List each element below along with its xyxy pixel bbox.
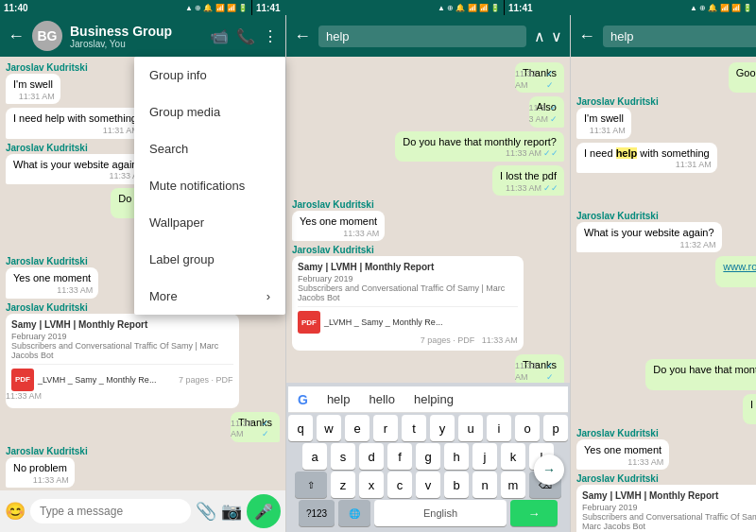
- globe-key[interactable]: 🌐: [338, 500, 370, 526]
- attach-icon[interactable]: 📎: [196, 501, 216, 522]
- msg-time: 11:33 AM: [57, 285, 93, 297]
- msg-time: 11:33 AM: [627, 457, 663, 469]
- key-x[interactable]: x: [359, 472, 384, 498]
- list-item: Good and you? 11:31 AM ✓✓: [576, 62, 756, 93]
- header-info[interactable]: Business Group Jaroslav, You: [70, 24, 202, 49]
- key-h[interactable]: h: [444, 443, 469, 470]
- msg-text: Do you have that monthly report?: [403, 136, 557, 147]
- space-key[interactable]: English: [374, 500, 507, 526]
- key-a[interactable]: a: [302, 443, 327, 470]
- key-u[interactable]: u: [458, 415, 483, 441]
- msg-bubble: Do you have that monthly report? 11:33 A…: [645, 359, 756, 389]
- num-key[interactable]: ?123: [299, 500, 335, 526]
- search-up-icon[interactable]: ∧: [534, 27, 545, 45]
- key-s[interactable]: s: [331, 443, 355, 470]
- list-item: Jaroslav Kudritski Samy | LVMH | Monthly…: [292, 245, 564, 351]
- key-y[interactable]: y: [430, 415, 455, 441]
- key-o[interactable]: o: [515, 415, 540, 441]
- list-item: I lost the pdf 11:33 AM ✓✓: [292, 165, 564, 196]
- msg-time: 11:33 AM: [33, 475, 69, 487]
- keyboard-row-3: ⇧ z x c v b n m ⌫: [288, 472, 568, 498]
- menu-mute[interactable]: Mute notifications: [134, 167, 285, 204]
- key-e[interactable]: e: [345, 415, 369, 441]
- msg-text: Yes one moment: [300, 215, 377, 227]
- dropdown-menu: Group info Group media Search Mute notif…: [134, 57, 285, 315]
- key-k[interactable]: k: [501, 443, 525, 470]
- msg-bubble: Do you have that monthly report? 11:33 A…: [395, 131, 564, 162]
- search-down-icon[interactable]: ∨: [551, 27, 562, 45]
- msg-text: Yes one moment: [13, 272, 91, 283]
- menu-search[interactable]: Search: [134, 130, 285, 167]
- header-icons: 📹 📞 ⋮: [210, 27, 278, 45]
- input-bar: 😊 📎 📷 🎤: [0, 490, 285, 532]
- list-item: Jaroslav Kudritski Samy | LVMH | Monthly…: [576, 473, 756, 532]
- msg-text: Do you have that monthly report?: [653, 364, 756, 375]
- message-input[interactable]: [30, 499, 191, 523]
- msg-bubble: I lost the pdf 11:33 AM ✓✓: [743, 394, 756, 424]
- msg-bubble: I'm swell 11:31 AM: [576, 108, 631, 138]
- msg-sender: Jaroslav Kudritski: [576, 96, 659, 107]
- panel2-search-header: ← ∧ ∨: [286, 15, 570, 57]
- key-b[interactable]: b: [444, 472, 469, 498]
- shift-key[interactable]: ⇧: [295, 472, 327, 498]
- send-key[interactable]: →: [510, 500, 558, 526]
- status-bar-2: 11:41 ▲ ⊕ 🔔 📶 📶 🔋: [252, 0, 505, 15]
- list-item: Thanks 11:33 AM ✓✓: [6, 412, 280, 442]
- key-n[interactable]: n: [472, 472, 497, 498]
- back-button[interactable]: ←: [8, 26, 25, 46]
- menu-group-info[interactable]: Group info: [134, 57, 285, 94]
- search-input[interactable]: [318, 26, 526, 47]
- msg-bubble: I need help with something 11:31 AM: [6, 108, 145, 138]
- emoji-icon[interactable]: 😊: [5, 501, 26, 522]
- file-bubble[interactable]: Samy | LVMH | Monthly Report February 20…: [576, 485, 756, 532]
- msg-bubble: Thanks 11:33 AM ✓✓: [231, 412, 280, 442]
- file-bubble[interactable]: Samy | LVMH | Monthly Report February 20…: [292, 256, 524, 351]
- scroll-to-bottom-button[interactable]: →: [534, 455, 564, 485]
- list-item: Jaroslav Kudritski No problem 11:33 AM: [6, 446, 280, 488]
- mic-button[interactable]: 🎤: [247, 494, 281, 528]
- list-item: I lost the pdf 11:33 AM ✓✓: [576, 394, 756, 424]
- list-item: Thanks 11:32 AM ✓✓: [292, 62, 564, 93]
- list-item: Do you have that monthly report? 11:33 A…: [292, 131, 564, 162]
- suggestion-3[interactable]: helping: [414, 392, 454, 406]
- key-v[interactable]: v: [416, 472, 440, 498]
- pdf-icon: PDF: [11, 369, 34, 391]
- key-t[interactable]: t: [402, 415, 426, 441]
- back-button-3[interactable]: ←: [578, 26, 595, 46]
- key-c[interactable]: c: [387, 472, 412, 498]
- suggestion-1[interactable]: help: [327, 392, 351, 406]
- call-icon[interactable]: 📞: [236, 27, 255, 45]
- suggestion-2[interactable]: hello: [369, 392, 394, 406]
- key-g[interactable]: g: [416, 443, 440, 470]
- key-r[interactable]: r: [373, 415, 398, 441]
- key-m[interactable]: m: [501, 472, 525, 498]
- kb-icon: G: [298, 392, 308, 407]
- key-f[interactable]: f: [387, 443, 412, 470]
- status-bar-3: 11:41 ▲ ⊕ 🔔 📶 📶 🔋: [505, 0, 756, 15]
- menu-group-media[interactable]: Group media: [134, 94, 285, 130]
- more-icon[interactable]: ⋮: [263, 27, 278, 45]
- back-button-2[interactable]: ←: [294, 26, 311, 46]
- key-p[interactable]: p: [543, 415, 568, 441]
- search-input-3[interactable]: [603, 26, 756, 47]
- time-1: 11:40: [4, 3, 28, 13]
- msg-time: 11:33 AM ✓✓: [506, 183, 558, 195]
- menu-more[interactable]: More ›: [134, 278, 285, 315]
- list-item: Thanks 11:33 AM ✓✓: [292, 354, 564, 383]
- key-d[interactable]: d: [359, 443, 384, 470]
- key-i[interactable]: i: [487, 415, 511, 441]
- menu-label[interactable]: Label group: [134, 241, 285, 278]
- file-bubble[interactable]: Samy | LVMH | Monthly Report February 20…: [6, 314, 239, 408]
- video-call-icon[interactable]: 📹: [210, 27, 229, 45]
- msg-bubble: I'm swell 11:31 AM: [6, 74, 60, 104]
- camera-icon[interactable]: 📷: [221, 501, 242, 522]
- menu-wallpaper[interactable]: Wallpaper: [134, 204, 285, 241]
- msg-time: 11:31 AM: [19, 92, 55, 103]
- key-q[interactable]: q: [288, 415, 313, 441]
- key-w[interactable]: w: [317, 415, 341, 441]
- key-z[interactable]: z: [331, 472, 355, 498]
- status-icons-2: ▲ ⊕ 🔔 📶 📶 🔋: [438, 4, 500, 12]
- file-date: February 2019: [582, 503, 756, 512]
- key-j[interactable]: j: [472, 443, 497, 470]
- msg-bubble: What is your website again? 11:33 AM: [6, 154, 151, 184]
